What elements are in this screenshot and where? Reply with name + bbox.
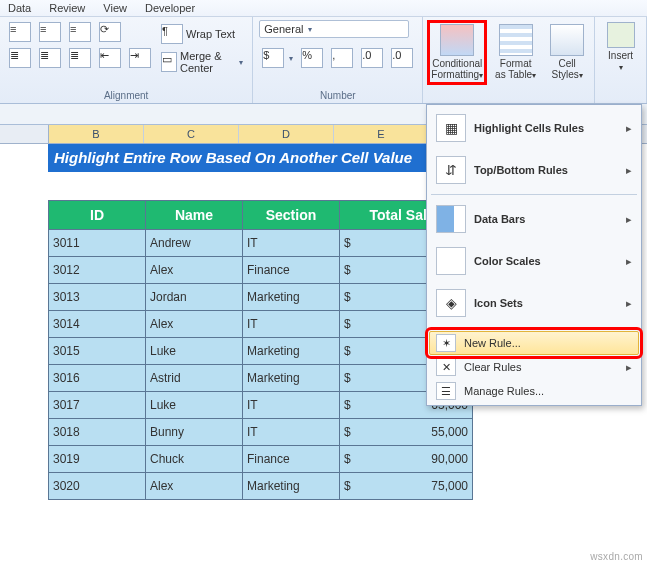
format-as-table-button[interactable]: Formatas Table▾: [491, 22, 540, 83]
wrap-text-button[interactable]: ¶Wrap Text: [158, 22, 246, 46]
number-format-dropdown[interactable]: General: [259, 20, 409, 38]
align-middle-icon[interactable]: ≡: [36, 20, 64, 44]
manage-rules-icon: ☰: [436, 382, 456, 400]
menu-label: Highlight Cells Rules: [474, 122, 584, 134]
increase-indent-icon[interactable]: ⇥: [126, 46, 154, 70]
cell-name[interactable]: Luke: [146, 338, 243, 365]
table-row[interactable]: 3018BunnyIT$55,000: [49, 419, 473, 446]
decrease-indent-icon[interactable]: ⇤: [96, 46, 124, 70]
table-row[interactable]: 3011AndrewIT$: [49, 230, 473, 257]
table-row[interactable]: 3015LukeMarketing$: [49, 338, 473, 365]
menu-top-bottom-rules[interactable]: ⇵ Top/Bottom Rules ▸: [429, 149, 639, 191]
cell-id[interactable]: 3016: [49, 365, 146, 392]
cell-section[interactable]: Marketing: [243, 284, 340, 311]
cell-name[interactable]: Jordan: [146, 284, 243, 311]
cell-id[interactable]: 3012: [49, 257, 146, 284]
align-left-icon[interactable]: ≣: [6, 46, 34, 70]
menu-manage-rules[interactable]: ☰ Manage Rules...: [429, 379, 639, 403]
cell-name[interactable]: Luke: [146, 392, 243, 419]
align-top-icon[interactable]: ≡: [6, 20, 34, 44]
insert-button[interactable]: Insert▾: [603, 20, 639, 75]
menu-new-rule[interactable]: ✶ New Rule...: [429, 331, 639, 355]
align-bottom-icon[interactable]: ≡: [66, 20, 94, 44]
cell-id[interactable]: 3020: [49, 473, 146, 500]
tab-review[interactable]: Review: [49, 2, 85, 14]
cell-name[interactable]: Alex: [146, 257, 243, 284]
cell-section[interactable]: Marketing: [243, 473, 340, 500]
cell-name[interactable]: Andrew: [146, 230, 243, 257]
data-bars-icon: [436, 205, 466, 233]
ribbon: ≡ ≡ ≡ ⟳ ≣ ≣ ≣ ⇤ ⇥ ¶Wrap Text ▭Me: [0, 17, 647, 104]
group-title-alignment: Alignment: [6, 89, 246, 103]
cell-section[interactable]: IT: [243, 392, 340, 419]
orientation-icon[interactable]: ⟳: [96, 20, 124, 44]
cell-section[interactable]: Marketing: [243, 365, 340, 392]
cell-sales[interactable]: $55,000: [340, 419, 473, 446]
cell-name[interactable]: Alex: [146, 473, 243, 500]
merge-center-label: Merge & Center: [180, 50, 234, 74]
cell-id[interactable]: 3018: [49, 419, 146, 446]
ribbon-tabs: Data Review View Developer: [0, 0, 647, 17]
cell-id[interactable]: 3014: [49, 311, 146, 338]
col-header-b[interactable]: B: [49, 125, 144, 143]
header-id: ID: [49, 201, 146, 230]
highlight-cells-icon: ▦: [436, 114, 466, 142]
group-title-number: Number: [259, 89, 416, 103]
menu-icon-sets[interactable]: ◈ Icon Sets ▸: [429, 282, 639, 324]
percent-icon[interactable]: %: [298, 46, 326, 70]
menu-highlight-cells-rules[interactable]: ▦ Highlight Cells Rules ▸: [429, 107, 639, 149]
insert-icon: [607, 22, 635, 48]
cell-id[interactable]: 3013: [49, 284, 146, 311]
menu-label: Color Scales: [474, 255, 541, 267]
col-header-c[interactable]: C: [144, 125, 239, 143]
decrease-decimal-icon[interactable]: .0: [388, 46, 416, 70]
cell-section[interactable]: IT: [243, 419, 340, 446]
table-row[interactable]: 3016AstridMarketing$80,000: [49, 365, 473, 392]
conditional-formatting-button[interactable]: ConditionalFormatting▾: [429, 22, 485, 83]
align-center-icon[interactable]: ≣: [36, 46, 64, 70]
submenu-arrow-icon: ▸: [626, 297, 632, 310]
comma-icon[interactable]: ,: [328, 46, 356, 70]
tab-view[interactable]: View: [103, 2, 127, 14]
menu-clear-rules[interactable]: ✕ Clear Rules ▸: [429, 355, 639, 379]
cell-sales[interactable]: $75,000: [340, 473, 473, 500]
merge-center-button[interactable]: ▭Merge & Center: [158, 48, 246, 76]
header-section: Section: [243, 201, 340, 230]
cell-styles-button[interactable]: CellStyles▾: [546, 22, 588, 83]
increase-decimal-icon[interactable]: .0: [358, 46, 386, 70]
align-right-icon[interactable]: ≣: [66, 46, 94, 70]
menu-data-bars[interactable]: Data Bars ▸: [429, 198, 639, 240]
cell-id[interactable]: 3019: [49, 446, 146, 473]
col-header-e[interactable]: E: [334, 125, 429, 143]
conditional-formatting-menu: ▦ Highlight Cells Rules ▸ ⇵ Top/Bottom R…: [426, 104, 642, 406]
table-row[interactable]: 3014AlexIT$: [49, 311, 473, 338]
cell-name[interactable]: Bunny: [146, 419, 243, 446]
menu-label: Data Bars: [474, 213, 525, 225]
cell-name[interactable]: Chuck: [146, 446, 243, 473]
table-row[interactable]: 3013JordanMarketing$: [49, 284, 473, 311]
menu-label: Top/Bottom Rules: [474, 164, 568, 176]
cell-section[interactable]: IT: [243, 311, 340, 338]
cell-section[interactable]: Finance: [243, 446, 340, 473]
select-all-corner[interactable]: [0, 125, 49, 143]
submenu-arrow-icon: ▸: [626, 122, 632, 135]
cell-section[interactable]: Finance: [243, 257, 340, 284]
table-row[interactable]: 3017LukeIT$65,000: [49, 392, 473, 419]
cell-section[interactable]: IT: [243, 230, 340, 257]
tab-developer[interactable]: Developer: [145, 2, 195, 14]
cell-id[interactable]: 3015: [49, 338, 146, 365]
table-row[interactable]: 3020AlexMarketing$75,000: [49, 473, 473, 500]
format-as-table-icon: [499, 24, 533, 56]
table-row[interactable]: 3019ChuckFinance$90,000: [49, 446, 473, 473]
cell-id[interactable]: 3011: [49, 230, 146, 257]
col-header-d[interactable]: D: [239, 125, 334, 143]
cell-name[interactable]: Alex: [146, 311, 243, 338]
cell-sales[interactable]: $90,000: [340, 446, 473, 473]
cell-name[interactable]: Astrid: [146, 365, 243, 392]
menu-color-scales[interactable]: Color Scales ▸: [429, 240, 639, 282]
table-row[interactable]: 3012AlexFinance$: [49, 257, 473, 284]
cell-section[interactable]: Marketing: [243, 338, 340, 365]
tab-data[interactable]: Data: [8, 2, 31, 14]
currency-icon[interactable]: $: [259, 46, 296, 70]
cell-id[interactable]: 3017: [49, 392, 146, 419]
